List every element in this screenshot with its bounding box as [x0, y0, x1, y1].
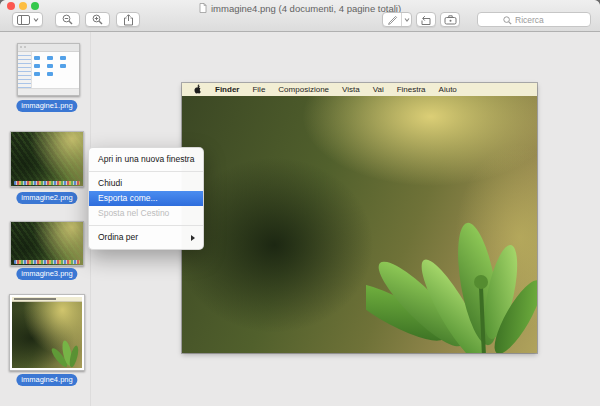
- thumbnail-immagine4[interactable]: [9, 294, 85, 371]
- mini-finder-statusbar: [18, 88, 79, 95]
- share-button[interactable]: [116, 12, 140, 27]
- menubar-item-aiuto: Aiuto: [439, 85, 457, 94]
- menu-item-export-as[interactable]: Esporta come...: [89, 191, 203, 206]
- apple-logo-icon: [193, 84, 202, 96]
- mini-dock: [14, 260, 80, 264]
- titlebar: immagine4.png (4 documenti, 4 pagine tot…: [0, 0, 600, 32]
- menu-item-close[interactable]: Chiudi: [89, 176, 203, 191]
- context-menu: Apri in una nuova finestra Chiudi Esport…: [88, 147, 204, 250]
- menubar-item-finestra: Finestra: [397, 85, 426, 94]
- menu-item-open-new-window[interactable]: Apri in una nuova finestra: [89, 152, 203, 167]
- thumbnail-label-immagine1[interactable]: immagine1.png: [16, 100, 77, 112]
- thumbnail-label-immagine4[interactable]: immagine4.png: [16, 374, 77, 386]
- highlight-pen-button[interactable]: [382, 12, 412, 27]
- mini-desktop-wallpaper: [11, 132, 83, 186]
- search-field[interactable]: [477, 12, 591, 27]
- mini-finder-icons: [34, 54, 77, 87]
- menu-separator: [89, 171, 203, 172]
- thumbnail-label-immagine2[interactable]: immagine2.png: [16, 192, 77, 204]
- zoom-in-button[interactable]: [85, 12, 110, 27]
- thumbnail-immagine2[interactable]: [10, 131, 84, 187]
- thumbnail-label-immagine3[interactable]: immagine3.png: [16, 268, 77, 280]
- markup-toolbox-button[interactable]: [440, 12, 460, 27]
- menubar-item-vai: Vai: [373, 85, 384, 94]
- thumbnail-immagine1[interactable]: [17, 43, 80, 96]
- menu-item-move-to-trash: Sposta nel Cestino: [89, 206, 203, 221]
- menu-item-sort-by-label: Ordina per: [98, 232, 138, 242]
- thumbnail-immagine3[interactable]: [10, 221, 84, 266]
- search-input[interactable]: [515, 15, 565, 25]
- mini-desktop-wallpaper: [11, 222, 83, 265]
- rotate-button[interactable]: [416, 12, 436, 27]
- zoom-out-button[interactable]: [55, 12, 80, 27]
- viewed-image[interactable]: Finder File Composizione Vista Vai Fines…: [182, 83, 537, 353]
- window-title-text: immagine4.png (4 documenti, 4 pagine tot…: [211, 3, 401, 14]
- toolbox-icon: [444, 14, 457, 25]
- zoom-out-icon: [62, 14, 73, 25]
- menubar-item-file: File: [252, 85, 265, 94]
- menubar-item-finder: Finder: [215, 85, 239, 94]
- share-icon: [123, 14, 134, 26]
- pencil-icon: [383, 14, 401, 25]
- menu-item-sort-by[interactable]: Ordina per: [89, 230, 203, 245]
- sidebar-view-button[interactable]: [12, 12, 43, 27]
- sidebar-view-icon: [17, 15, 30, 25]
- chevron-down-icon[interactable]: [402, 18, 411, 22]
- menubar-item-composizione: Composizione: [278, 85, 329, 94]
- menu-separator: [89, 225, 203, 226]
- mini-finder-sidebar: [18, 52, 32, 89]
- search-icon: [503, 11, 512, 29]
- chevron-down-icon: [33, 18, 39, 22]
- menubar-item-vista: Vista: [342, 85, 360, 94]
- mini-finder-toolbar: [18, 44, 79, 52]
- document-proxy-icon: [199, 3, 207, 15]
- mini-leaf-graphic: [46, 334, 82, 368]
- preview-window: immagine4.png (4 documenti, 4 pagine tot…: [0, 0, 600, 406]
- rotate-left-icon: [420, 14, 432, 26]
- image-menubar: Finder File Composizione Vista Vai Fines…: [182, 83, 537, 96]
- leaf-graphic: [366, 192, 537, 353]
- submenu-arrow-icon: [191, 235, 195, 241]
- mini-dock: [14, 181, 80, 185]
- zoom-in-icon: [92, 14, 103, 25]
